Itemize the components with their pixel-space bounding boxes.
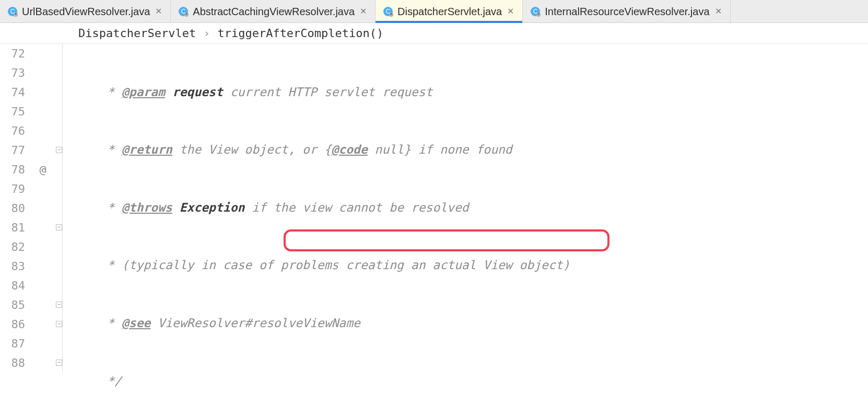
- breadcrumb-class[interactable]: DispatcherServlet: [78, 24, 196, 42]
- gutter-annotation: [30, 44, 55, 63]
- tab-label: UrlBasedViewResolver.java: [22, 3, 150, 20]
- line-number: 82: [0, 237, 25, 257]
- code-line: */: [71, 372, 678, 391]
- fold-toggle-icon[interactable]: −: [56, 224, 62, 230]
- gutter-annotation: [30, 295, 55, 315]
- breadcrumb-method[interactable]: triggerAfterCompletion(): [217, 24, 383, 42]
- fold-toggle-icon[interactable]: −: [56, 360, 62, 366]
- java-class-icon: C: [530, 6, 541, 17]
- close-icon[interactable]: ✕: [714, 5, 723, 18]
- line-number: 77: [0, 141, 25, 160]
- line-number: 78: [0, 160, 25, 179]
- chevron-right-icon: ›: [203, 24, 210, 42]
- line-number: 75: [0, 102, 25, 121]
- line-number: 72: [0, 44, 25, 63]
- breadcrumb: DispatcherServlet › triggerAfterCompleti…: [0, 23, 868, 44]
- tab-internalresourceviewresolver[interactable]: C InternalResourceViewResolver.java ✕: [523, 0, 730, 22]
- java-class-icon: C: [178, 6, 189, 17]
- svg-rect-15: [538, 13, 539, 15]
- tab-abstractcachingviewresolver[interactable]: C AbstractCachingViewResolver.java ✕: [171, 0, 376, 22]
- java-class-icon: C: [7, 6, 18, 17]
- code-line: * (typically in case of problems creatin…: [71, 256, 678, 275]
- gutter-annotation: [30, 315, 55, 334]
- gutter-annotation: [30, 218, 55, 237]
- code-area[interactable]: * @param request current HTTP servlet re…: [63, 44, 678, 393]
- line-number-gutter: 7273747576777879808182838485868788: [0, 44, 30, 393]
- gutter-annotation: [30, 334, 55, 353]
- tab-urlbasedviewresolver[interactable]: C UrlBasedViewResolver.java ✕: [0, 0, 171, 22]
- gutter-annotation: [30, 276, 55, 295]
- code-line: * @see ViewResolver#resolveViewName: [71, 314, 678, 333]
- line-number: 80: [0, 199, 25, 218]
- gutter-annotation: [30, 257, 55, 276]
- line-number: 81: [0, 218, 25, 237]
- line-number: 79: [0, 179, 25, 199]
- code-editor[interactable]: 7273747576777879808182838485868788 @ −−−…: [0, 44, 868, 393]
- editor-tabs-bar: C UrlBasedViewResolver.java ✕ C Abstract…: [0, 0, 868, 23]
- code-line: * @throws Exception if the view cannot b…: [71, 198, 678, 217]
- line-number: 85: [0, 295, 25, 315]
- gutter-annotation: @: [30, 160, 55, 179]
- tab-dispatcherservlet[interactable]: C DispatcherServlet.java ✕: [376, 0, 523, 22]
- gutter-annotation: [30, 121, 55, 141]
- close-icon[interactable]: ✕: [506, 5, 515, 18]
- gutter-annotation: [30, 237, 55, 257]
- gutter-annotation: [30, 353, 55, 373]
- line-number: 86: [0, 315, 25, 334]
- code-line: * @param request current HTTP servlet re…: [71, 83, 678, 102]
- gutter-annotation: [30, 179, 55, 199]
- line-number: 84: [0, 276, 25, 295]
- tab-label: DispatcherServlet.java: [397, 3, 502, 20]
- gutter-annotation: [30, 83, 55, 102]
- annotation-gutter: @: [30, 44, 55, 393]
- line-number: 74: [0, 83, 25, 102]
- close-icon[interactable]: ✕: [359, 5, 368, 18]
- line-number: 87: [0, 334, 25, 353]
- gutter-annotation: [30, 63, 55, 83]
- fold-toggle-icon[interactable]: −: [56, 302, 62, 308]
- fold-toggle-icon[interactable]: −: [56, 321, 62, 327]
- gutter-annotation: [30, 199, 55, 218]
- line-number: 73: [0, 63, 25, 83]
- gutter-annotation: [30, 102, 55, 121]
- tab-label: AbstractCachingViewResolver.java: [193, 3, 355, 20]
- svg-rect-11: [391, 13, 392, 15]
- line-number: 83: [0, 257, 25, 276]
- gutter-annotation: [30, 141, 55, 160]
- svg-rect-7: [186, 13, 187, 15]
- line-number: 76: [0, 121, 25, 141]
- code-line: * @return the View object, or {@code nul…: [71, 140, 678, 159]
- java-class-icon: C: [383, 6, 393, 17]
- fold-toggle-icon[interactable]: −: [56, 147, 62, 153]
- close-icon[interactable]: ✕: [154, 5, 163, 18]
- fold-gutter: −−−−−: [55, 44, 63, 373]
- tab-label: InternalResourceViewResolver.java: [545, 3, 709, 20]
- line-number: 88: [0, 353, 25, 373]
- svg-rect-3: [15, 13, 17, 15]
